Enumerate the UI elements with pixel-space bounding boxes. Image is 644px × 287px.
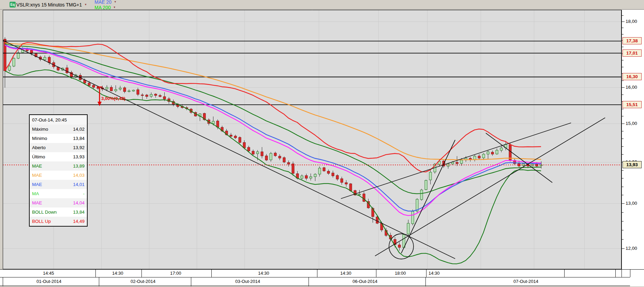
date-divider <box>191 277 191 286</box>
tooltip-value: 13,84 <box>73 136 85 141</box>
tooltip-label: Aberto <box>32 145 46 150</box>
tooltip-row-ma: MA- <box>30 189 87 198</box>
price-label: 12,00 <box>626 246 637 251</box>
time-divider <box>211 270 212 277</box>
price-tick <box>622 203 625 204</box>
price-label: 18,00 <box>626 19 637 24</box>
price-label: 15,00 <box>626 121 637 126</box>
price-tick <box>622 28 624 28</box>
price-tick <box>622 34 624 34</box>
ohlc-tooltip-box: 07-Out-14, 20:45 Máximo14,02Mínimo13,84A… <box>29 114 88 227</box>
price-label: 13,00 <box>626 201 637 206</box>
price-tick <box>622 248 625 249</box>
price-tick <box>622 212 624 213</box>
charting-app-window: Eq VSLR:xnys 15 Minutos TMG+1 ▼ MAE 34▼M… <box>0 0 644 287</box>
time-divider <box>615 270 616 277</box>
price-chart-canvas[interactable] <box>3 10 621 269</box>
date-divider <box>309 277 309 286</box>
chevron-down-icon[interactable]: ▼ <box>84 3 87 6</box>
tooltip-row-m-nimo: Mínimo13,84 <box>30 134 87 143</box>
tooltip-label: Mínimo <box>32 136 47 141</box>
time-divider <box>630 270 630 277</box>
price-tick <box>622 221 624 221</box>
time-divider <box>564 270 565 277</box>
legend-item-mae-20[interactable]: MAE 20▼ <box>94 0 128 5</box>
price-tick <box>622 131 624 131</box>
price-axis[interactable]: 18,0016,0015,0014,0013,0012,0017,3817,01… <box>621 10 644 269</box>
legend-item-ma-200[interactable]: MA 200▼ <box>94 5 128 10</box>
date-label: 01-Out-2014 <box>36 279 61 284</box>
tooltip-value: 14,02 <box>73 127 85 132</box>
tooltip-value: 14,04 <box>73 200 85 205</box>
time-label: 14:30 <box>429 271 440 276</box>
tooltip-value: 13,92 <box>73 145 85 150</box>
tooltip-label: MAE <box>32 163 42 169</box>
price-tick <box>622 67 624 67</box>
percent-drop-annotation-label: 3,00%(0,48) <box>101 96 125 101</box>
tooltip-label: MA <box>32 191 39 196</box>
legend-label: MAE 20 <box>94 0 111 5</box>
tooltip-row-mae: MAE14,04 <box>30 198 87 207</box>
tooltip-label: MAE <box>32 200 42 205</box>
date-label: 03-Out-2014 <box>235 279 260 284</box>
tooltip-label: MAE <box>32 173 42 178</box>
price-tick <box>622 116 624 116</box>
time-label: 14:30 <box>258 271 269 276</box>
tooltip-label: BOLL Up <box>32 219 51 224</box>
date-divider <box>3 277 3 286</box>
tooltip-datetime: 07-Out-14, 20:45 <box>30 115 87 125</box>
tooltip-label: Último <box>32 154 45 159</box>
date-label: 02-Out-2014 <box>131 279 155 284</box>
tooltip-label: BOLL Down <box>32 210 57 215</box>
price-tick <box>622 195 624 195</box>
tooltip-value: - <box>83 191 85 196</box>
time-divider <box>317 270 317 277</box>
price-tick <box>622 187 624 187</box>
tooltip-value: 14,03 <box>73 173 85 178</box>
date-label: 07-Out-2014 <box>513 279 538 284</box>
price-tick <box>622 139 624 139</box>
tooltip-row-mae: MAE14,01 <box>30 180 87 189</box>
tooltip-value: 13,84 <box>73 210 85 215</box>
tooltip-row-mae: MAE13,89 <box>30 161 87 171</box>
price-tick <box>622 124 625 124</box>
tooltip-row-aberto: Aberto13,92 <box>30 143 87 152</box>
level-price-flag: 15,51 <box>623 101 642 108</box>
time-divider <box>141 270 142 277</box>
last-price-flag: 13,93 <box>623 161 642 168</box>
price-tick <box>622 60 624 60</box>
time-divider <box>426 270 426 277</box>
axis-corner <box>630 277 644 286</box>
tooltip-row-boll-down: BOLL Down13,84 <box>30 207 87 217</box>
price-tick <box>622 81 624 81</box>
tooltip-label: MAE <box>32 182 42 187</box>
level-price-flag: 16,30 <box>623 73 642 80</box>
date-label: 06-Out-2014 <box>353 279 377 284</box>
symbol-title[interactable]: VSLR:xnys 15 Minutos TMG+1 <box>16 2 82 8</box>
time-label: 14:30 <box>112 271 123 276</box>
tooltip-value: 13,89 <box>73 163 85 169</box>
price-tick <box>622 146 624 147</box>
time-label: 17:00 <box>170 271 181 276</box>
level-price-flag: 17,01 <box>623 49 642 57</box>
date-divider <box>99 277 99 286</box>
price-tick <box>622 47 624 47</box>
level-price-flag: 17,38 <box>623 37 642 44</box>
date-axis-row[interactable]: 01-Out-201402-Out-201403-Out-201406-Out-… <box>0 277 630 286</box>
time-divider <box>621 270 622 277</box>
equity-type-icon: Eq <box>10 2 16 8</box>
tooltip-value: 14,01 <box>73 182 85 187</box>
date-divider <box>425 277 426 286</box>
time-axis-row[interactable]: 14:4514:3017:0014:3014:3018:0014:30 <box>0 269 644 277</box>
price-tick <box>622 15 624 16</box>
time-label: 14:45 <box>43 271 54 276</box>
tooltip-row-m-ximo: Máximo14,02 <box>30 125 87 134</box>
tooltip-row-mae: MAE14,03 <box>30 171 87 180</box>
tooltip-row--ltimo: Último13,93 <box>30 152 87 161</box>
price-tick <box>622 154 624 155</box>
price-tick <box>622 87 625 88</box>
chevron-down-icon[interactable]: ▼ <box>113 6 116 9</box>
price-tick <box>622 95 624 95</box>
price-label: 16,00 <box>626 85 637 90</box>
chevron-down-icon[interactable]: ▼ <box>114 1 117 3</box>
